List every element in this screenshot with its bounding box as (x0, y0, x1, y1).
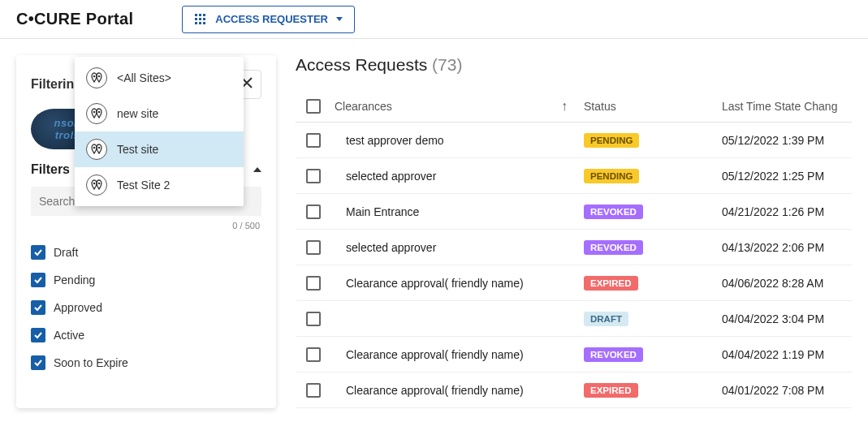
svg-point-15 (93, 183, 96, 185)
row-checkbox-cell (296, 205, 331, 219)
cell-status: PENDING (584, 168, 722, 183)
chevron-down-icon (336, 17, 343, 21)
site-item[interactable]: Test Site 2 (75, 167, 244, 203)
cell-clearance: selected approver (331, 170, 584, 183)
filter-checkbox[interactable] (31, 273, 45, 287)
status-badge: REVOKED (584, 347, 643, 362)
table-row[interactable]: selected approverPENDING05/12/2022 1:25 … (296, 158, 852, 194)
cell-status: REVOKED (584, 239, 722, 255)
svg-point-14 (98, 147, 101, 149)
map-pin-icon (86, 67, 107, 88)
svg-rect-1 (199, 14, 201, 16)
map-pin-icon (86, 103, 107, 124)
filter-checkbox[interactable] (31, 355, 45, 370)
site-item[interactable]: Test site (75, 131, 244, 167)
cell-time: 04/01/2022 7:08 PM (722, 384, 852, 397)
row-checkbox[interactable] (306, 205, 321, 219)
status-badge: PENDING (584, 133, 639, 148)
filters-heading: Filters (31, 162, 70, 177)
table-header: Clearances ↑ Status Last Time State Chan… (296, 91, 852, 123)
header-checkbox-cell (296, 99, 331, 114)
svg-point-10 (98, 75, 101, 78)
cell-time: 04/04/2022 1:19 PM (722, 348, 852, 361)
table-row[interactable]: Clearance approval( friendly name)REVOKE… (296, 337, 852, 372)
row-checkbox-cell (296, 347, 331, 362)
filter-label: Draft (54, 246, 78, 259)
svg-rect-7 (199, 22, 201, 24)
cell-status: EXPIRED (584, 382, 722, 398)
cell-clearance: Clearance approval( friendly name) (331, 348, 584, 361)
filter-item[interactable]: Draft (31, 239, 261, 266)
svg-point-11 (93, 111, 96, 114)
cell-clearance: Clearance approval( friendly name) (331, 277, 584, 290)
table-row[interactable]: Clearance approval( friendly name)EXPIRE… (296, 265, 852, 301)
site-item-label: Test site (117, 143, 158, 156)
site-item-label: <All Sites> (117, 71, 171, 84)
filter-checkbox[interactable] (31, 328, 45, 342)
select-all-checkbox[interactable] (306, 99, 321, 114)
filter-checkbox[interactable] (31, 300, 45, 315)
cell-time: 04/04/2022 3:04 PM (722, 312, 852, 325)
cell-clearance: Clearance approval( friendly name) (331, 384, 584, 397)
role-selector-button[interactable]: ACCESS REQUESTER (182, 6, 355, 33)
page-title-text: Access Requests (296, 55, 427, 74)
status-badge: DRAFT (584, 312, 628, 326)
svg-rect-0 (195, 14, 197, 16)
filter-item[interactable]: Pending (31, 266, 261, 294)
status-badge: EXPIRED (584, 276, 638, 291)
cell-clearance: Main Entrance (331, 205, 584, 218)
filter-checkbox[interactable] (31, 245, 45, 260)
row-checkbox[interactable] (306, 383, 321, 398)
app-header: C•CURE Portal ACCESS REQUESTER (0, 0, 868, 39)
table-row[interactable]: test approver demoPENDING05/12/2022 1:39… (296, 123, 852, 158)
chevron-up-icon[interactable] (253, 167, 261, 172)
table-body: test approver demoPENDING05/12/2022 1:39… (296, 123, 852, 408)
site-item[interactable]: new site (75, 96, 244, 131)
column-clearances[interactable]: Clearances ↑ (331, 99, 584, 114)
cell-status: REVOKED (584, 347, 722, 362)
cell-status: EXPIRED (584, 275, 722, 291)
filter-label: Active (54, 329, 84, 342)
column-status[interactable]: Status (584, 100, 722, 113)
row-checkbox[interactable] (306, 240, 321, 255)
status-badge: EXPIRED (584, 383, 638, 398)
sort-ascending-icon: ↑ (561, 99, 568, 114)
column-last-time[interactable]: Last Time State Chang (722, 100, 852, 113)
filter-item[interactable]: Soon to Expire (31, 349, 261, 377)
row-checkbox[interactable] (306, 133, 321, 148)
filter-label: Approved (54, 301, 102, 314)
row-checkbox[interactable] (306, 312, 321, 326)
table-row[interactable]: Main EntranceREVOKED04/21/2022 1:26 PM (296, 194, 852, 230)
filter-label: Soon to Expire (54, 356, 128, 369)
filter-item[interactable]: Active (31, 321, 261, 349)
cell-time: 05/12/2022 1:39 PM (722, 134, 852, 147)
svg-point-9 (93, 75, 96, 78)
svg-rect-3 (195, 18, 197, 20)
status-badge: PENDING (584, 169, 639, 183)
cell-status: PENDING (584, 132, 722, 148)
site-item[interactable]: <All Sites> (75, 60, 244, 96)
svg-rect-5 (203, 18, 205, 20)
site-item-label: new site (117, 107, 158, 120)
table-row[interactable]: selected approverREVOKED04/13/2022 2:06 … (296, 230, 852, 265)
site-selector-popover: <All Sites>new siteTest siteTest Site 2 (75, 57, 244, 206)
page-title-count: (73) (432, 55, 462, 74)
svg-point-12 (98, 111, 101, 114)
row-checkbox[interactable] (306, 169, 321, 183)
cell-time: 04/21/2022 1:26 PM (722, 205, 852, 218)
search-char-count: 0 / 500 (31, 221, 260, 230)
row-checkbox[interactable] (306, 276, 321, 291)
map-pin-icon (86, 174, 107, 196)
filter-item[interactable]: Approved (31, 294, 261, 321)
filtering-heading: Filterin (31, 77, 74, 92)
table-row[interactable]: DRAFT04/04/2022 3:04 PM (296, 301, 852, 337)
cell-status: REVOKED (584, 204, 722, 219)
row-checkbox-cell (296, 383, 331, 398)
row-checkbox[interactable] (306, 347, 321, 362)
cell-clearance: test approver demo (331, 134, 584, 147)
cell-clearance: selected approver (331, 241, 584, 254)
status-badge: REVOKED (584, 205, 643, 219)
svg-rect-8 (203, 22, 205, 24)
portal-title: C•CURE Portal (16, 10, 133, 28)
table-row[interactable]: Clearance approval( friendly name)EXPIRE… (296, 372, 852, 408)
